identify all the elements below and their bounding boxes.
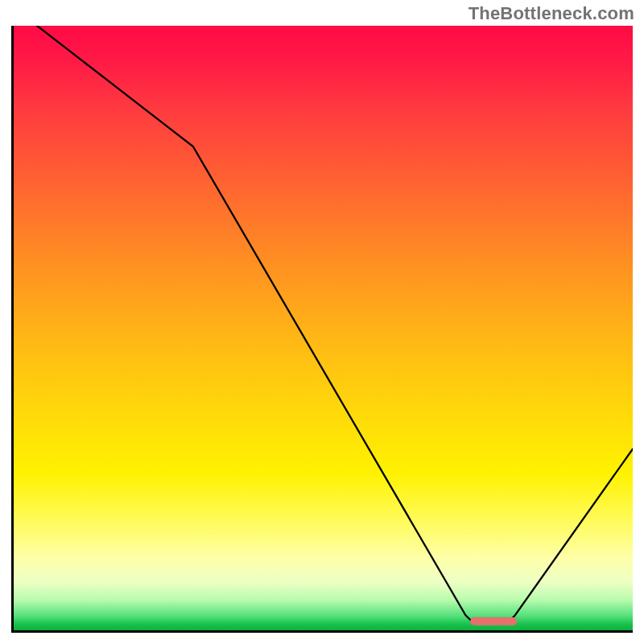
bottleneck-curve	[14, 26, 633, 621]
bottleneck-chart: TheBottleneck.com	[0, 0, 644, 644]
optimum-marker	[470, 617, 517, 625]
curve-layer	[14, 26, 633, 630]
watermark-text: TheBottleneck.com	[469, 3, 634, 24]
plot-area	[11, 26, 633, 633]
